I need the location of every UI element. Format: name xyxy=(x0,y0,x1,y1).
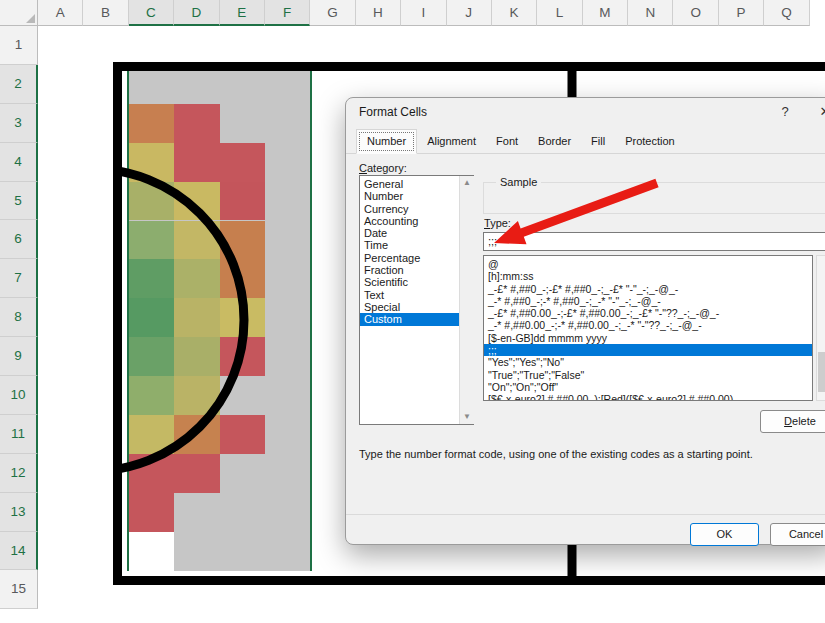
column-header-M[interactable]: M xyxy=(583,0,628,26)
tab-number[interactable]: Number xyxy=(356,129,417,154)
heatmap-cell-D10[interactable] xyxy=(174,376,219,415)
row-header-4[interactable]: 4 xyxy=(0,143,38,182)
heatmap-cell-D7[interactable] xyxy=(174,259,219,298)
delete-button[interactable]: Delete xyxy=(760,410,825,433)
category-item-currency[interactable]: Currency xyxy=(360,203,473,215)
column-header-L[interactable]: L xyxy=(537,0,582,26)
row-header-11[interactable]: 11 xyxy=(0,415,38,454)
heatmap-cell-D5[interactable] xyxy=(174,182,219,221)
heatmap-cell-E6[interactable] xyxy=(220,221,265,260)
column-header-H[interactable]: H xyxy=(356,0,401,26)
category-item-special[interactable]: Special xyxy=(360,301,473,313)
heatmap-cell-E11[interactable] xyxy=(220,415,265,454)
heatmap-cell-E7[interactable] xyxy=(220,259,265,298)
category-item-text[interactable]: Text xyxy=(360,289,473,301)
heatmap-cell-D11[interactable] xyxy=(174,415,219,454)
format-code-item-7[interactable]: ;;; xyxy=(484,344,812,356)
category-item-number[interactable]: Number xyxy=(360,190,473,202)
heatmap-cell-C5[interactable] xyxy=(129,182,174,221)
format-code-item-9[interactable]: "True";"True";"False" xyxy=(484,369,812,381)
scrollbar-thumb[interactable] xyxy=(818,352,825,392)
heatmap-cell-E8[interactable] xyxy=(220,298,265,337)
category-list[interactable]: GeneralNumberCurrencyAccountingDateTimeP… xyxy=(359,175,474,425)
ok-button[interactable]: OK xyxy=(690,523,759,546)
format-code-item-10[interactable]: "On";"On";"Off" xyxy=(484,381,812,393)
type-input[interactable]: ;;; xyxy=(483,232,825,251)
heatmap-cell-D8[interactable] xyxy=(174,298,219,337)
column-header-Q[interactable]: Q xyxy=(764,0,809,26)
row-header-13[interactable]: 13 xyxy=(0,493,38,532)
column-header-D[interactable]: D xyxy=(174,0,219,26)
category-item-fraction[interactable]: Fraction xyxy=(360,264,473,276)
column-header-F[interactable]: F xyxy=(265,0,310,26)
row-header-7[interactable]: 7 xyxy=(0,259,38,298)
heatmap-cell-C8[interactable] xyxy=(129,298,174,337)
format-code-item-1[interactable]: [h]:mm:ss xyxy=(484,270,812,282)
column-header-C[interactable]: C xyxy=(129,0,174,26)
column-header-O[interactable]: O xyxy=(673,0,718,26)
column-header-J[interactable]: J xyxy=(447,0,492,26)
help-icon[interactable]: ? xyxy=(777,104,793,119)
column-header-A[interactable]: A xyxy=(38,0,83,26)
column-header-P[interactable]: P xyxy=(719,0,764,26)
heatmap-cell-C3[interactable] xyxy=(129,104,174,143)
format-code-item-11[interactable]: [$€-x-euro2] #,##0.00_);[Red]([$€-x-euro… xyxy=(484,393,812,401)
category-item-general[interactable]: General xyxy=(360,178,473,190)
row-header-10[interactable]: 10 xyxy=(0,376,38,415)
tab-border[interactable]: Border xyxy=(528,130,581,154)
tab-protection[interactable]: Protection xyxy=(615,130,685,154)
heatmap-cell-C6[interactable] xyxy=(129,221,174,260)
category-item-time[interactable]: Time xyxy=(360,239,473,251)
heatmap-cell-D12[interactable] xyxy=(174,454,219,493)
heatmap-cell-D9[interactable] xyxy=(174,337,219,376)
heatmap-cell-C4[interactable] xyxy=(129,143,174,182)
row-header-5[interactable]: 5 xyxy=(0,182,38,221)
scroll-up-icon[interactable]: ▲ xyxy=(460,176,474,190)
row-header-9[interactable]: 9 xyxy=(0,337,38,376)
format-code-item-5[interactable]: _-* #,##0.00_-;-* #,##0.00_-;_-* "-"??_-… xyxy=(484,319,812,331)
heatmap-cell-C9[interactable] xyxy=(129,337,174,376)
close-icon[interactable]: ✕ xyxy=(812,104,825,119)
select-all-corner[interactable] xyxy=(0,0,38,26)
tab-fill[interactable]: Fill xyxy=(581,130,615,154)
column-header-N[interactable]: N xyxy=(628,0,673,26)
row-header-3[interactable]: 3 xyxy=(0,104,38,143)
heatmap-cell-C10[interactable] xyxy=(129,376,174,415)
column-header-E[interactable]: E xyxy=(220,0,265,26)
heatmap-cell-D6[interactable] xyxy=(174,221,219,260)
column-header-G[interactable]: G xyxy=(310,0,355,26)
scroll-down-icon[interactable]: ▼ xyxy=(460,410,474,424)
heatmap-cell-E9[interactable] xyxy=(220,337,265,376)
tab-font[interactable]: Font xyxy=(486,130,528,154)
column-header-B[interactable]: B xyxy=(83,0,128,26)
row-header-14[interactable]: 14 xyxy=(0,532,38,571)
heatmap-cell-C14[interactable] xyxy=(129,532,174,571)
row-header-12[interactable]: 12 xyxy=(0,454,38,493)
category-item-custom[interactable]: Custom xyxy=(360,313,473,325)
format-code-scrollbar[interactable] xyxy=(816,255,825,401)
heatmap-cell-D4[interactable] xyxy=(174,143,219,182)
heatmap-cell-C12[interactable] xyxy=(129,454,174,493)
category-item-percentage[interactable]: Percentage xyxy=(360,252,473,264)
format-code-item-8[interactable]: "Yes";"Yes";"No" xyxy=(484,356,812,368)
row-header-2[interactable]: 2 xyxy=(0,65,38,104)
format-code-item-3[interactable]: _-* #,##0_-;-* #,##0_-;_-* "-"_-;_-@_- xyxy=(484,295,812,307)
row-header-6[interactable]: 6 xyxy=(0,220,38,259)
format-code-item-0[interactable]: @ xyxy=(484,258,812,270)
row-header-8[interactable]: 8 xyxy=(0,298,38,337)
category-item-accounting[interactable]: Accounting xyxy=(360,215,473,227)
format-code-item-4[interactable]: _-£* #,##0.00_-;-£* #,##0.00_-;_-£* "-"?… xyxy=(484,307,812,319)
category-scrollbar[interactable]: ▲ ▼ xyxy=(459,176,474,424)
tab-alignment[interactable]: Alignment xyxy=(417,130,486,154)
category-item-scientific[interactable]: Scientific xyxy=(360,276,473,288)
heatmap-cell-C13[interactable] xyxy=(129,493,174,532)
category-item-date[interactable]: Date xyxy=(360,227,473,239)
format-code-list[interactable]: @[h]:mm:ss_-£* #,##0_-;-£* #,##0_-;_-£* … xyxy=(483,255,813,401)
format-code-item-6[interactable]: [$-en-GB]dd mmmm yyyy xyxy=(484,332,812,344)
cancel-button[interactable]: Cancel xyxy=(770,523,825,546)
heatmap-cell-E4[interactable] xyxy=(220,143,265,182)
format-code-item-2[interactable]: _-£* #,##0_-;-£* #,##0_-;_-£* "-"_-;_-@_… xyxy=(484,283,812,295)
heatmap-cell-C11[interactable] xyxy=(129,415,174,454)
heatmap-cell-D3[interactable] xyxy=(174,104,219,143)
column-header-I[interactable]: I xyxy=(401,0,446,26)
